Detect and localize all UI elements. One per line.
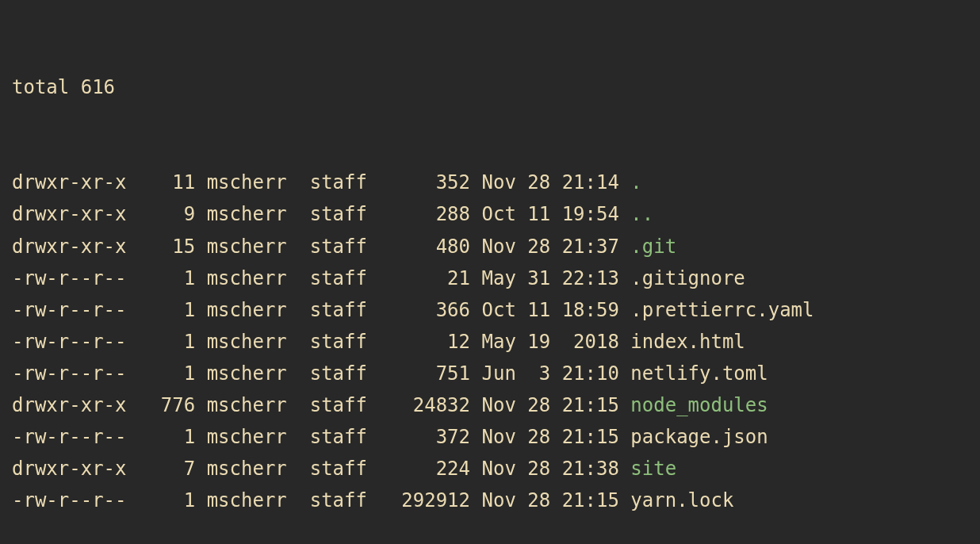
- ls-row: drwxr-xr-x 7 mscherr staff 224 Nov 28 21…: [12, 453, 968, 485]
- file-links: 7: [149, 458, 195, 480]
- file-owner: mscherr: [207, 203, 287, 225]
- file-date: Nov 28 21:38: [481, 458, 618, 480]
- file-owner: mscherr: [207, 299, 287, 321]
- file-name: .gitignore: [630, 267, 745, 289]
- file-date: Nov 28 21:15: [481, 394, 618, 416]
- file-date: Oct 11 18:59: [481, 299, 618, 321]
- file-permissions: -rw-r--r--: [12, 489, 127, 511]
- file-name: package.json: [630, 426, 768, 448]
- file-links: 1: [149, 331, 195, 353]
- file-links: 776: [149, 394, 195, 416]
- ls-row: drwxr-xr-x 9 mscherr staff 288 Oct 11 19…: [12, 198, 968, 230]
- file-size: 21: [390, 267, 470, 289]
- file-date: May 31 22:13: [481, 267, 618, 289]
- file-date: Nov 28 21:37: [481, 236, 618, 258]
- file-group: staff: [310, 236, 367, 258]
- file-group: staff: [310, 362, 367, 385]
- file-permissions: drwxr-xr-x: [12, 458, 127, 480]
- file-permissions: -rw-r--r--: [12, 331, 127, 353]
- file-size: 12: [390, 331, 470, 353]
- file-links: 1: [149, 362, 195, 385]
- file-owner: mscherr: [207, 489, 287, 511]
- file-links: 1: [149, 299, 195, 321]
- file-group: staff: [310, 171, 367, 193]
- file-size: 372: [390, 426, 470, 448]
- file-permissions: -rw-r--r--: [12, 299, 127, 321]
- file-owner: mscherr: [207, 394, 287, 416]
- ls-row: -rw-r--r-- 1 mscherr staff 751 Jun 3 21:…: [12, 358, 968, 389]
- file-group: staff: [310, 331, 367, 353]
- file-name: index.html: [630, 331, 745, 353]
- file-permissions: drwxr-xr-x: [12, 171, 127, 193]
- file-date: May 19 2018: [481, 331, 618, 353]
- file-date: Nov 28 21:15: [481, 489, 618, 511]
- file-size: 366: [390, 299, 470, 321]
- file-permissions: drwxr-xr-x: [12, 203, 127, 225]
- file-links: 1: [149, 489, 195, 511]
- file-permissions: drwxr-xr-x: [12, 236, 127, 258]
- file-group: staff: [310, 426, 367, 448]
- file-name: .: [630, 171, 641, 193]
- file-group: staff: [310, 203, 367, 225]
- file-group: staff: [310, 267, 367, 289]
- file-size: 288: [390, 203, 470, 225]
- file-name: netlify.toml: [630, 362, 768, 385]
- ls-row: -rw-r--r-- 1 mscherr staff 292912 Nov 28…: [12, 485, 968, 516]
- file-group: staff: [310, 299, 367, 321]
- file-links: 15: [149, 236, 195, 258]
- ls-row: -rw-r--r-- 1 mscherr staff 12 May 19 201…: [12, 326, 968, 358]
- file-permissions: -rw-r--r--: [12, 267, 127, 289]
- file-name: .prettierrc.yaml: [630, 299, 813, 321]
- file-links: 9: [149, 203, 195, 225]
- file-name: node_modules: [630, 394, 768, 416]
- file-owner: mscherr: [207, 331, 287, 353]
- file-size: 751: [390, 362, 470, 385]
- file-owner: mscherr: [207, 267, 287, 289]
- ls-row: -rw-r--r-- 1 mscherr staff 366 Oct 11 18…: [12, 294, 968, 326]
- file-size: 224: [390, 458, 470, 480]
- file-group: staff: [310, 489, 367, 511]
- file-permissions: drwxr-xr-x: [12, 394, 127, 416]
- ls-row: -rw-r--r-- 1 mscherr staff 372 Nov 28 21…: [12, 421, 968, 453]
- ls-row: -rw-r--r-- 1 mscherr staff 21 May 31 22:…: [12, 262, 968, 294]
- file-size: 480: [390, 236, 470, 258]
- file-links: 11: [149, 171, 195, 193]
- file-permissions: -rw-r--r--: [12, 362, 127, 385]
- ls-rows-container: drwxr-xr-x 11 mscherr staff 352 Nov 28 2…: [12, 167, 968, 516]
- file-permissions: -rw-r--r--: [12, 426, 127, 448]
- file-name: .git: [630, 236, 676, 258]
- file-group: staff: [310, 394, 367, 416]
- ls-total-line: total 616: [12, 71, 968, 103]
- ls-row: drwxr-xr-x 15 mscherr staff 480 Nov 28 2…: [12, 231, 968, 262]
- file-owner: mscherr: [207, 458, 287, 480]
- file-links: 1: [149, 267, 195, 289]
- file-date: Nov 28 21:14: [481, 171, 618, 193]
- file-size: 352: [390, 171, 470, 193]
- terminal-output[interactable]: total 616 drwxr-xr-x 11 mscherr staff 35…: [12, 8, 968, 544]
- file-owner: mscherr: [207, 426, 287, 448]
- file-name: ..: [630, 203, 653, 225]
- file-owner: mscherr: [207, 171, 287, 193]
- file-size: 292912: [390, 489, 470, 511]
- file-owner: mscherr: [207, 362, 287, 385]
- file-links: 1: [149, 426, 195, 448]
- file-name: yarn.lock: [630, 489, 733, 511]
- file-date: Jun 3 21:10: [481, 362, 618, 385]
- ls-row: drwxr-xr-x 11 mscherr staff 352 Nov 28 2…: [12, 167, 968, 198]
- file-date: Oct 11 19:54: [481, 203, 618, 225]
- file-name: site: [630, 458, 676, 480]
- file-date: Nov 28 21:15: [481, 426, 618, 448]
- file-group: staff: [310, 458, 367, 480]
- ls-row: drwxr-xr-x 776 mscherr staff 24832 Nov 2…: [12, 389, 968, 421]
- file-size: 24832: [390, 394, 470, 416]
- file-owner: mscherr: [207, 236, 287, 258]
